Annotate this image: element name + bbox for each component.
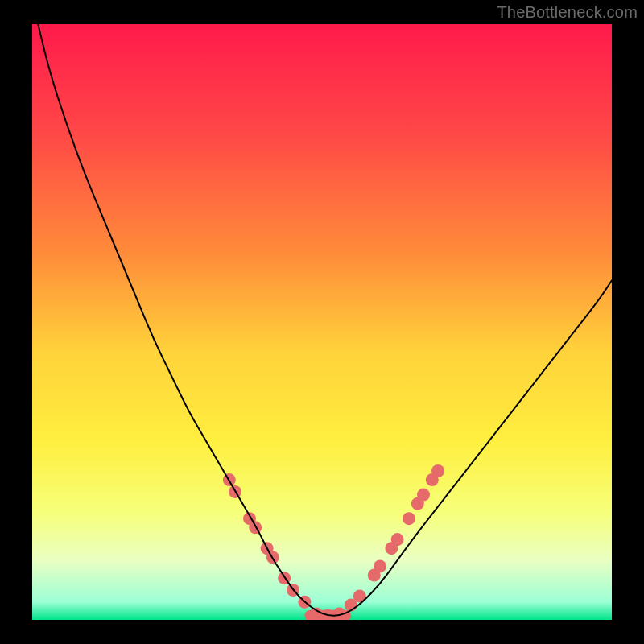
bottleneck-chart	[32, 24, 612, 620]
chart-frame: TheBottleneck.com	[0, 0, 644, 644]
gradient-background	[32, 24, 612, 620]
highlight-dot	[391, 533, 404, 546]
highlight-dot	[310, 608, 323, 620]
watermark-text: TheBottleneck.com	[497, 3, 638, 22]
highlight-dot	[374, 559, 386, 572]
highlight-dot	[417, 489, 430, 502]
plot-area	[32, 24, 612, 620]
highlight-dot	[249, 521, 262, 534]
highlight-dot	[431, 464, 444, 477]
highlight-dot	[402, 512, 415, 525]
